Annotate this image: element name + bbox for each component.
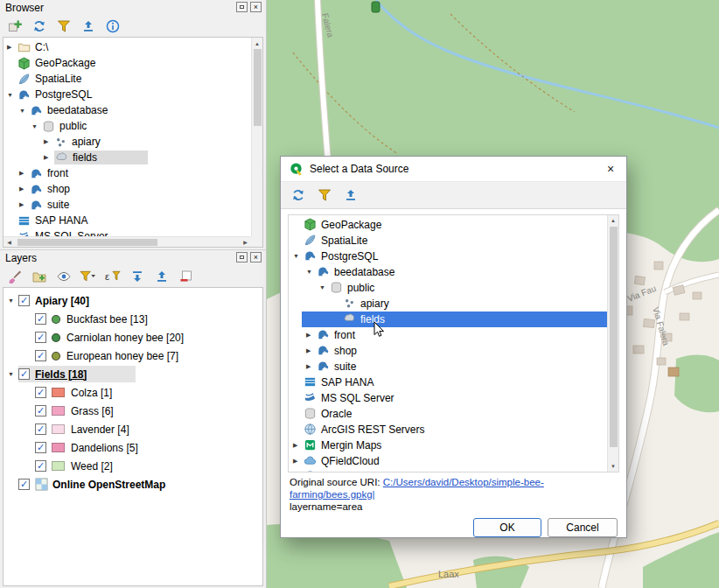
expander-icon[interactable]: ▼ <box>18 108 30 114</box>
map-themes-button[interactable] <box>54 268 73 286</box>
layers-panel-header[interactable]: Layers × <box>0 250 266 266</box>
browser-item-geopackage[interactable]: GeoPackage <box>3 55 262 71</box>
dialog-item-postgresql[interactable]: ▼ PostgreSQL <box>289 248 618 264</box>
scroll-up-icon[interactable]: ▲ <box>608 215 619 227</box>
browser-item-public[interactable]: ▼ public <box>3 118 262 134</box>
browser-vertical-scrollbar[interactable]: ▲ <box>251 38 262 236</box>
dialog-item-oracle[interactable]: Oracle <box>289 406 618 422</box>
filter-legend-button[interactable] <box>79 268 97 286</box>
dialog-titlebar[interactable]: Select a Data Source × <box>281 157 626 181</box>
legend-item-dandelions[interactable]: ✓ Dandelions [5] <box>3 438 262 457</box>
layer-checkbox[interactable]: ✓ <box>18 295 30 306</box>
browser-item-beedatabase[interactable]: ▼ beedatabase <box>3 102 262 118</box>
browser-item-sap-hana[interactable]: SAP HANA <box>3 213 262 228</box>
expander-icon[interactable]: ▶ <box>305 363 317 370</box>
scroll-up-icon[interactable]: ▲ <box>252 38 263 49</box>
expander-icon[interactable]: ▼ <box>7 298 18 304</box>
legend-item-grass[interactable]: ✓ Grass [6] <box>3 402 262 420</box>
browser-item-apiary[interactable]: ▶ apiary <box>3 134 262 150</box>
layer-checkbox[interactable]: ✓ <box>18 368 30 380</box>
scroll-down-icon[interactable]: ▼ <box>608 460 619 472</box>
expander-icon[interactable]: ▶ <box>18 201 30 208</box>
browser-item-postgresql[interactable]: ▼ PostgreSQL <box>3 87 262 102</box>
add-selected-layers-button[interactable] <box>5 18 24 36</box>
expander-icon[interactable]: ▶ <box>43 154 54 161</box>
browser-horizontal-scrollbar[interactable]: ◀ ▶ <box>3 236 251 247</box>
add-group-button[interactable] <box>30 268 48 286</box>
browser-item-fields[interactable]: ▶ fields <box>3 150 262 165</box>
close-panel-button[interactable]: × <box>250 252 262 262</box>
scrollbar-thumb[interactable] <box>610 227 618 447</box>
filter-browser-button[interactable] <box>54 18 73 36</box>
refresh-button[interactable] <box>289 186 307 204</box>
ok-button[interactable]: OK <box>473 518 541 537</box>
dialog-item-public[interactable]: ▼ public <box>289 280 618 296</box>
expander-icon[interactable]: ▶ <box>6 44 17 51</box>
expander-icon[interactable]: ▶ <box>292 458 304 465</box>
collapse-all-button[interactable] <box>341 186 360 204</box>
expander-icon[interactable]: ▶ <box>305 332 317 339</box>
legend-checkbox[interactable]: ✓ <box>35 332 46 343</box>
collapse-all-button[interactable] <box>152 268 171 286</box>
legend-checkbox[interactable]: ✓ <box>35 313 46 325</box>
browser-item-shop[interactable]: ▶ shop <box>3 181 262 197</box>
legend-item-european-honey-bee[interactable]: ✓ European honey bee [7] <box>3 346 262 365</box>
legend-checkbox[interactable]: ✓ <box>35 350 46 361</box>
browser-item-spatialite[interactable]: SpatiaLite <box>3 71 262 87</box>
scrollbar-thumb[interactable] <box>254 49 262 126</box>
dialog-item-suite[interactable]: ▶ suite <box>289 359 618 374</box>
expander-icon[interactable]: ▼ <box>31 123 42 130</box>
dialog-item-front[interactable]: ▶ front <box>289 327 618 343</box>
dialog-item-geopackage[interactable]: GeoPackage <box>289 217 618 233</box>
legend-checkbox[interactable]: ✓ <box>35 424 46 435</box>
dialog-item-mergin-maps[interactable]: ▶ Mergin Maps <box>289 438 618 453</box>
float-panel-button[interactable] <box>236 2 248 12</box>
browser-item-front[interactable]: ▶ front <box>3 165 262 181</box>
collapse-all-button[interactable] <box>79 18 97 36</box>
legend-item-colza[interactable]: ✓ Colza [1] <box>3 383 262 402</box>
layer-styling-button[interactable] <box>5 268 24 286</box>
filter-button[interactable] <box>315 186 333 204</box>
dialog-item-shop[interactable]: ▶ shop <box>289 343 618 359</box>
expander-icon[interactable]: ▶ <box>18 170 30 177</box>
layer-checkbox[interactable]: ✓ <box>18 479 30 490</box>
dialog-item-qfieldcloud[interactable]: ▶ QFieldCloud <box>289 453 618 469</box>
legend-checkbox[interactable]: ✓ <box>35 442 46 453</box>
browser-item-suite[interactable]: ▶ suite <box>3 197 262 213</box>
dialog-item-arcgis-rest-servers[interactable]: ArcGIS REST Servers <box>289 422 618 438</box>
dialog-item-wms-wmts[interactable]: ▶ WMS/WMTS <box>289 469 618 472</box>
close-panel-button[interactable]: × <box>250 2 262 12</box>
legend-item-lavender[interactable]: ✓ Lavender [4] <box>3 420 262 438</box>
scroll-left-icon[interactable]: ◀ <box>3 236 15 248</box>
dialog-item-ms-sql-server[interactable]: MS SQL Server <box>289 390 618 406</box>
expander-icon[interactable]: ▶ <box>305 347 317 354</box>
legend-checkbox[interactable]: ✓ <box>35 387 46 398</box>
dialog-item-apiary[interactable]: apiary <box>289 296 618 312</box>
expander-icon[interactable]: ▼ <box>7 371 18 377</box>
expander-icon[interactable]: ▶ <box>18 186 30 192</box>
dialog-vertical-scrollbar[interactable]: ▲ ▼ <box>607 215 618 472</box>
legend-checkbox[interactable]: ✓ <box>35 460 46 472</box>
expander-icon[interactable]: ▼ <box>305 269 317 275</box>
expander-icon[interactable]: ▶ <box>292 442 304 449</box>
refresh-button[interactable] <box>30 18 48 36</box>
remove-layer-button[interactable] <box>177 268 195 286</box>
filter-expression-button[interactable] <box>103 268 122 286</box>
dialog-item-beedatabase[interactable]: ▼ beedatabase <box>289 264 618 280</box>
expander-icon[interactable]: ▼ <box>6 92 17 98</box>
float-panel-button[interactable] <box>236 252 248 262</box>
legend-item-weed[interactable]: ✓ Weed [2] <box>3 457 262 475</box>
expander-icon[interactable]: ▼ <box>318 284 330 290</box>
dialog-item-fields-selected[interactable]: fields <box>289 312 618 327</box>
legend-checkbox[interactable]: ✓ <box>35 405 46 416</box>
dialog-item-spatialite[interactable]: SpatiaLite <box>289 233 618 248</box>
layer-item-apiary[interactable]: ▼ ✓ Apiary [40] <box>3 291 262 310</box>
layer-item-fields[interactable]: ▼ ✓ Fields [18] <box>3 365 262 383</box>
scrollbar-thumb[interactable] <box>17 239 157 246</box>
dialog-close-button[interactable]: × <box>595 157 626 181</box>
expander-icon[interactable]: ▼ <box>292 253 304 259</box>
layer-item-online-openstreetmap[interactable]: ✓ Online OpenStreetMap <box>3 475 262 494</box>
legend-item-carniolan-honey-bee[interactable]: ✓ Carniolan honey bee [20] <box>3 328 262 346</box>
properties-widget-button[interactable] <box>103 18 122 36</box>
browser-panel-header[interactable]: Browser × <box>0 0 266 16</box>
